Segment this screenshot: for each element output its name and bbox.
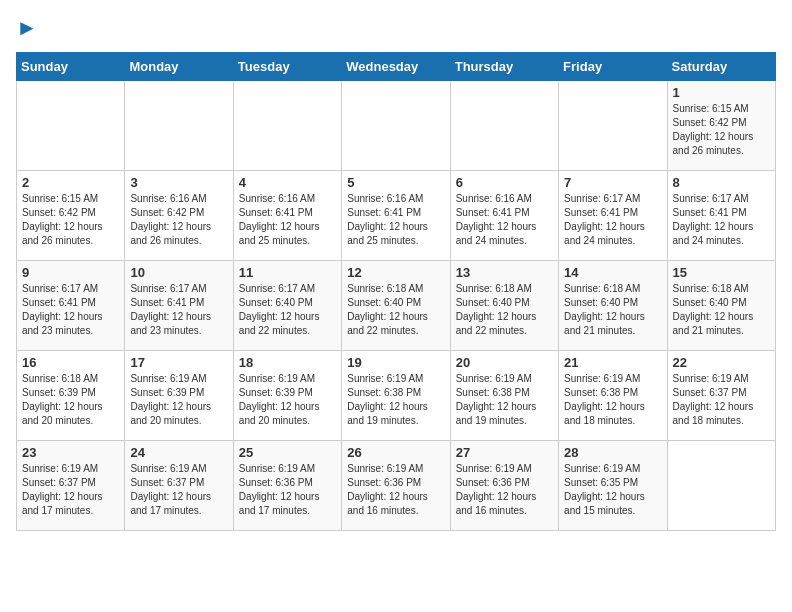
- day-number: 25: [239, 445, 336, 460]
- calendar-week-2: 2Sunrise: 6:15 AM Sunset: 6:42 PM Daylig…: [17, 171, 776, 261]
- day-info: Sunrise: 6:16 AM Sunset: 6:41 PM Dayligh…: [239, 192, 336, 248]
- day-info: Sunrise: 6:18 AM Sunset: 6:39 PM Dayligh…: [22, 372, 119, 428]
- calendar-cell: 11Sunrise: 6:17 AM Sunset: 6:40 PM Dayli…: [233, 261, 341, 351]
- day-number: 6: [456, 175, 553, 190]
- page-header: ►: [16, 16, 776, 40]
- day-number: 20: [456, 355, 553, 370]
- day-info: Sunrise: 6:18 AM Sunset: 6:40 PM Dayligh…: [564, 282, 661, 338]
- day-number: 11: [239, 265, 336, 280]
- calendar-cell: 22Sunrise: 6:19 AM Sunset: 6:37 PM Dayli…: [667, 351, 775, 441]
- calendar-cell: 14Sunrise: 6:18 AM Sunset: 6:40 PM Dayli…: [559, 261, 667, 351]
- calendar-cell: 1Sunrise: 6:15 AM Sunset: 6:42 PM Daylig…: [667, 81, 775, 171]
- day-number: 28: [564, 445, 661, 460]
- calendar-cell: 17Sunrise: 6:19 AM Sunset: 6:39 PM Dayli…: [125, 351, 233, 441]
- day-info: Sunrise: 6:17 AM Sunset: 6:41 PM Dayligh…: [673, 192, 770, 248]
- day-number: 18: [239, 355, 336, 370]
- day-number: 13: [456, 265, 553, 280]
- day-number: 24: [130, 445, 227, 460]
- day-number: 4: [239, 175, 336, 190]
- day-info: Sunrise: 6:19 AM Sunset: 6:36 PM Dayligh…: [456, 462, 553, 518]
- day-info: Sunrise: 6:17 AM Sunset: 6:41 PM Dayligh…: [564, 192, 661, 248]
- calendar-cell: 9Sunrise: 6:17 AM Sunset: 6:41 PM Daylig…: [17, 261, 125, 351]
- calendar-cell: [233, 81, 341, 171]
- calendar-cell: [125, 81, 233, 171]
- day-info: Sunrise: 6:18 AM Sunset: 6:40 PM Dayligh…: [347, 282, 444, 338]
- column-header-friday: Friday: [559, 53, 667, 81]
- day-number: 22: [673, 355, 770, 370]
- column-header-saturday: Saturday: [667, 53, 775, 81]
- day-number: 17: [130, 355, 227, 370]
- calendar-body: 1Sunrise: 6:15 AM Sunset: 6:42 PM Daylig…: [17, 81, 776, 531]
- calendar-cell: 20Sunrise: 6:19 AM Sunset: 6:38 PM Dayli…: [450, 351, 558, 441]
- day-info: Sunrise: 6:16 AM Sunset: 6:41 PM Dayligh…: [347, 192, 444, 248]
- calendar-cell: 15Sunrise: 6:18 AM Sunset: 6:40 PM Dayli…: [667, 261, 775, 351]
- calendar-week-3: 9Sunrise: 6:17 AM Sunset: 6:41 PM Daylig…: [17, 261, 776, 351]
- day-info: Sunrise: 6:17 AM Sunset: 6:41 PM Dayligh…: [22, 282, 119, 338]
- calendar-cell: 19Sunrise: 6:19 AM Sunset: 6:38 PM Dayli…: [342, 351, 450, 441]
- day-info: Sunrise: 6:18 AM Sunset: 6:40 PM Dayligh…: [673, 282, 770, 338]
- calendar-cell: 3Sunrise: 6:16 AM Sunset: 6:42 PM Daylig…: [125, 171, 233, 261]
- day-number: 26: [347, 445, 444, 460]
- calendar-week-5: 23Sunrise: 6:19 AM Sunset: 6:37 PM Dayli…: [17, 441, 776, 531]
- day-number: 9: [22, 265, 119, 280]
- day-info: Sunrise: 6:17 AM Sunset: 6:40 PM Dayligh…: [239, 282, 336, 338]
- day-info: Sunrise: 6:19 AM Sunset: 6:38 PM Dayligh…: [456, 372, 553, 428]
- day-info: Sunrise: 6:15 AM Sunset: 6:42 PM Dayligh…: [673, 102, 770, 158]
- calendar-cell: 2Sunrise: 6:15 AM Sunset: 6:42 PM Daylig…: [17, 171, 125, 261]
- calendar-cell: 28Sunrise: 6:19 AM Sunset: 6:35 PM Dayli…: [559, 441, 667, 531]
- calendar-cell: 13Sunrise: 6:18 AM Sunset: 6:40 PM Dayli…: [450, 261, 558, 351]
- calendar-cell: [17, 81, 125, 171]
- calendar-week-1: 1Sunrise: 6:15 AM Sunset: 6:42 PM Daylig…: [17, 81, 776, 171]
- day-number: 7: [564, 175, 661, 190]
- day-info: Sunrise: 6:16 AM Sunset: 6:42 PM Dayligh…: [130, 192, 227, 248]
- calendar-header-row: SundayMondayTuesdayWednesdayThursdayFrid…: [17, 53, 776, 81]
- calendar-cell: 4Sunrise: 6:16 AM Sunset: 6:41 PM Daylig…: [233, 171, 341, 261]
- calendar-cell: [667, 441, 775, 531]
- calendar-cell: 12Sunrise: 6:18 AM Sunset: 6:40 PM Dayli…: [342, 261, 450, 351]
- logo: ►: [16, 16, 38, 40]
- calendar-cell: 16Sunrise: 6:18 AM Sunset: 6:39 PM Dayli…: [17, 351, 125, 441]
- day-number: 15: [673, 265, 770, 280]
- day-number: 5: [347, 175, 444, 190]
- day-info: Sunrise: 6:19 AM Sunset: 6:36 PM Dayligh…: [239, 462, 336, 518]
- day-info: Sunrise: 6:19 AM Sunset: 6:36 PM Dayligh…: [347, 462, 444, 518]
- calendar-cell: 25Sunrise: 6:19 AM Sunset: 6:36 PM Dayli…: [233, 441, 341, 531]
- day-info: Sunrise: 6:19 AM Sunset: 6:37 PM Dayligh…: [22, 462, 119, 518]
- day-number: 16: [22, 355, 119, 370]
- calendar-cell: 6Sunrise: 6:16 AM Sunset: 6:41 PM Daylig…: [450, 171, 558, 261]
- calendar-table: SundayMondayTuesdayWednesdayThursdayFrid…: [16, 52, 776, 531]
- day-info: Sunrise: 6:17 AM Sunset: 6:41 PM Dayligh…: [130, 282, 227, 338]
- calendar-week-4: 16Sunrise: 6:18 AM Sunset: 6:39 PM Dayli…: [17, 351, 776, 441]
- day-number: 1: [673, 85, 770, 100]
- day-number: 23: [22, 445, 119, 460]
- column-header-thursday: Thursday: [450, 53, 558, 81]
- calendar-cell: 8Sunrise: 6:17 AM Sunset: 6:41 PM Daylig…: [667, 171, 775, 261]
- calendar-cell: 10Sunrise: 6:17 AM Sunset: 6:41 PM Dayli…: [125, 261, 233, 351]
- day-info: Sunrise: 6:16 AM Sunset: 6:41 PM Dayligh…: [456, 192, 553, 248]
- day-info: Sunrise: 6:19 AM Sunset: 6:37 PM Dayligh…: [673, 372, 770, 428]
- day-info: Sunrise: 6:19 AM Sunset: 6:37 PM Dayligh…: [130, 462, 227, 518]
- day-number: 8: [673, 175, 770, 190]
- day-number: 10: [130, 265, 227, 280]
- calendar-cell: 24Sunrise: 6:19 AM Sunset: 6:37 PM Dayli…: [125, 441, 233, 531]
- day-info: Sunrise: 6:19 AM Sunset: 6:38 PM Dayligh…: [347, 372, 444, 428]
- day-info: Sunrise: 6:19 AM Sunset: 6:39 PM Dayligh…: [130, 372, 227, 428]
- day-number: 2: [22, 175, 119, 190]
- day-number: 27: [456, 445, 553, 460]
- day-info: Sunrise: 6:18 AM Sunset: 6:40 PM Dayligh…: [456, 282, 553, 338]
- day-number: 14: [564, 265, 661, 280]
- day-info: Sunrise: 6:19 AM Sunset: 6:35 PM Dayligh…: [564, 462, 661, 518]
- column-header-tuesday: Tuesday: [233, 53, 341, 81]
- calendar-cell: [342, 81, 450, 171]
- calendar-cell: 27Sunrise: 6:19 AM Sunset: 6:36 PM Dayli…: [450, 441, 558, 531]
- calendar-cell: [559, 81, 667, 171]
- calendar-cell: 5Sunrise: 6:16 AM Sunset: 6:41 PM Daylig…: [342, 171, 450, 261]
- day-info: Sunrise: 6:15 AM Sunset: 6:42 PM Dayligh…: [22, 192, 119, 248]
- column-header-wednesday: Wednesday: [342, 53, 450, 81]
- calendar-cell: 7Sunrise: 6:17 AM Sunset: 6:41 PM Daylig…: [559, 171, 667, 261]
- calendar-cell: 21Sunrise: 6:19 AM Sunset: 6:38 PM Dayli…: [559, 351, 667, 441]
- day-number: 19: [347, 355, 444, 370]
- column-header-monday: Monday: [125, 53, 233, 81]
- calendar-cell: 26Sunrise: 6:19 AM Sunset: 6:36 PM Dayli…: [342, 441, 450, 531]
- column-header-sunday: Sunday: [17, 53, 125, 81]
